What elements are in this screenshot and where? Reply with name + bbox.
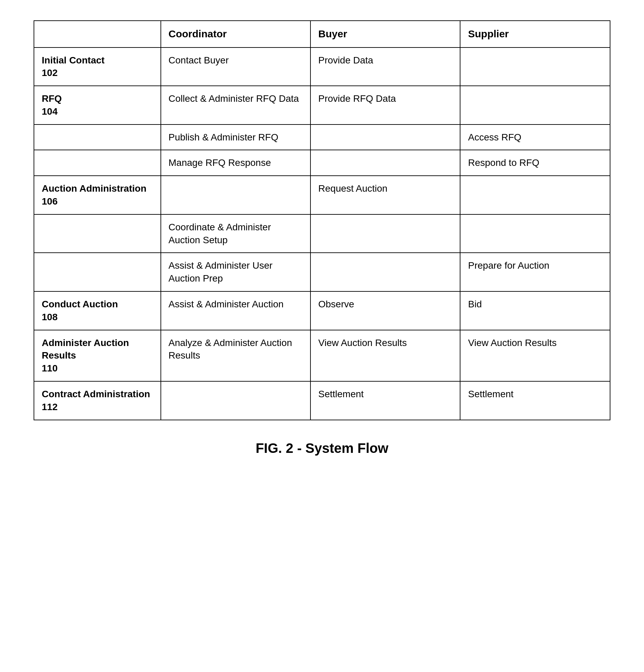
cell-supplier-1 [460, 86, 610, 124]
cell-process-1: RFQ104 [34, 86, 161, 124]
cell-coordinator-5: Coordinate & Administer Auction Setup [161, 214, 310, 253]
cell-process-0: Initial Contact102 [34, 48, 161, 86]
table-row: Contract Administration112SettlementSett… [34, 381, 610, 420]
cell-coordinator-4 [161, 176, 310, 214]
cell-buyer-8: View Auction Results [310, 330, 460, 381]
cell-process-6 [34, 253, 161, 291]
cell-coordinator-0: Contact Buyer [161, 48, 310, 86]
system-flow-table: Coordinator Buyer Supplier Initial Conta… [34, 20, 610, 420]
figure-caption: FIG. 2 - System Flow [255, 441, 388, 456]
cell-buyer-0: Provide Data [310, 48, 460, 86]
cell-coordinator-2: Publish & Administer RFQ [161, 124, 310, 150]
cell-buyer-6 [310, 253, 460, 291]
cell-buyer-1: Provide RFQ Data [310, 86, 460, 124]
cell-buyer-5 [310, 214, 460, 253]
table-body: Initial Contact102Contact BuyerProvide D… [34, 48, 610, 420]
header-buyer: Buyer [310, 21, 460, 48]
cell-buyer-4: Request Auction [310, 176, 460, 214]
cell-process-7: Conduct Auction108 [34, 291, 161, 330]
cell-process-5 [34, 214, 161, 253]
table-row: RFQ104Collect & Administer RFQ DataProvi… [34, 86, 610, 124]
cell-coordinator-3: Manage RFQ Response [161, 150, 310, 176]
cell-supplier-2: Access RFQ [460, 124, 610, 150]
cell-coordinator-1: Collect & Administer RFQ Data [161, 86, 310, 124]
cell-supplier-8: View Auction Results [460, 330, 610, 381]
cell-process-3 [34, 150, 161, 176]
cell-supplier-5 [460, 214, 610, 253]
cell-coordinator-7: Assist & Administer Auction [161, 291, 310, 330]
table-row: Initial Contact102Contact BuyerProvide D… [34, 48, 610, 86]
table-row: Publish & Administer RFQAccess RFQ [34, 124, 610, 150]
cell-supplier-6: Prepare for Auction [460, 253, 610, 291]
cell-buyer-2 [310, 124, 460, 150]
cell-supplier-0 [460, 48, 610, 86]
cell-supplier-9: Settlement [460, 381, 610, 420]
cell-supplier-7: Bid [460, 291, 610, 330]
table-header-row: Coordinator Buyer Supplier [34, 21, 610, 48]
table-row: Conduct Auction108Assist & Administer Au… [34, 291, 610, 330]
table-row: Coordinate & Administer Auction Setup [34, 214, 610, 253]
table-row: Assist & Administer User Auction PrepPre… [34, 253, 610, 291]
table-row: Administer Auction Results110Analyze & A… [34, 330, 610, 381]
cell-buyer-7: Observe [310, 291, 460, 330]
header-coordinator: Coordinator [161, 21, 310, 48]
header-process [34, 21, 161, 48]
table-row: Manage RFQ ResponseRespond to RFQ [34, 150, 610, 176]
cell-coordinator-9 [161, 381, 310, 420]
cell-coordinator-8: Analyze & Administer Auction Results [161, 330, 310, 381]
cell-buyer-9: Settlement [310, 381, 460, 420]
cell-coordinator-6: Assist & Administer User Auction Prep [161, 253, 310, 291]
cell-process-8: Administer Auction Results110 [34, 330, 161, 381]
cell-supplier-3: Respond to RFQ [460, 150, 610, 176]
cell-process-2 [34, 124, 161, 150]
cell-supplier-4 [460, 176, 610, 214]
table-row: Auction Administration106Request Auction [34, 176, 610, 214]
cell-process-9: Contract Administration112 [34, 381, 161, 420]
system-flow-table-container: Coordinator Buyer Supplier Initial Conta… [34, 20, 610, 420]
cell-process-4: Auction Administration106 [34, 176, 161, 214]
header-supplier: Supplier [460, 21, 610, 48]
cell-buyer-3 [310, 150, 460, 176]
